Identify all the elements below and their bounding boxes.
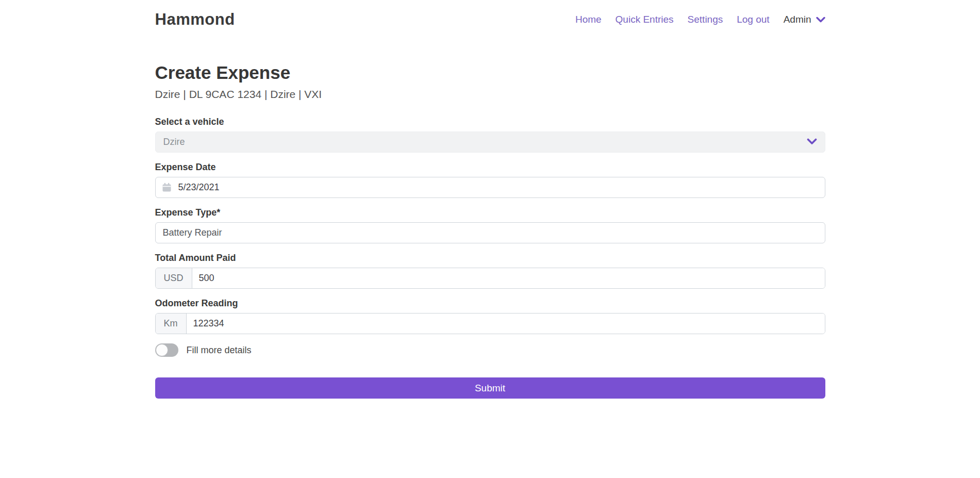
nav-item-home[interactable]: Home [575, 14, 602, 25]
currency-prefix: USD [156, 268, 192, 288]
expense-type-field: Expense Type* [155, 207, 825, 243]
odometer-input[interactable] [187, 314, 825, 334]
total-amount-input-group: USD [155, 268, 825, 289]
vehicle-field: Select a vehicle Dzire [155, 117, 825, 153]
calendar-icon [162, 183, 172, 192]
expense-type-label: Expense Type* [155, 207, 825, 218]
fill-more-details-label: Fill more details [187, 345, 252, 356]
create-expense-page: Create Expense Dzire | DL 9CAC 1234 | Dz… [155, 39, 825, 399]
total-amount-field: Total Amount Paid USD [155, 253, 825, 289]
toggle-knob [156, 344, 168, 356]
total-amount-label: Total Amount Paid [155, 253, 825, 263]
expense-type-input-wrap [155, 222, 825, 243]
expense-type-input[interactable] [162, 223, 819, 243]
fill-more-details-toggle[interactable] [155, 343, 178, 357]
vehicle-label: Select a vehicle [155, 117, 825, 127]
expense-date-field: Expense Date [155, 162, 825, 198]
odometer-field: Odometer Reading Km [155, 298, 825, 334]
expense-date-input-wrap [155, 177, 825, 198]
top-nav-bar: Hammond Home Quick Entries Settings Log … [0, 0, 980, 39]
unit-prefix: Km [156, 314, 187, 334]
brand-logo[interactable]: Hammond [155, 10, 235, 29]
nav-item-settings[interactable]: Settings [688, 14, 723, 25]
nav-menu: Home Quick Entries Settings Log out Admi… [575, 14, 825, 25]
vehicle-select[interactable]: Dzire [155, 131, 825, 153]
expense-date-label: Expense Date [155, 162, 825, 173]
fill-more-details-row: Fill more details [155, 343, 825, 357]
vehicle-select-value: Dzire [163, 137, 185, 147]
vehicle-summary: Dzire | DL 9CAC 1234 | Dzire | VXI [155, 88, 825, 101]
odometer-input-group: Km [155, 313, 825, 334]
admin-dropdown-label: Admin [784, 14, 811, 25]
total-amount-input[interactable] [192, 268, 825, 288]
submit-button[interactable]: Submit [155, 377, 825, 399]
page-title: Create Expense [155, 62, 825, 84]
nav-item-logout[interactable]: Log out [737, 14, 769, 25]
expense-date-input[interactable] [177, 177, 819, 197]
odometer-label: Odometer Reading [155, 298, 825, 309]
nav-item-quick-entries[interactable]: Quick Entries [616, 14, 674, 25]
chevron-down-icon [807, 137, 817, 147]
chevron-down-icon [816, 14, 825, 25]
admin-dropdown[interactable]: Admin [784, 14, 825, 25]
